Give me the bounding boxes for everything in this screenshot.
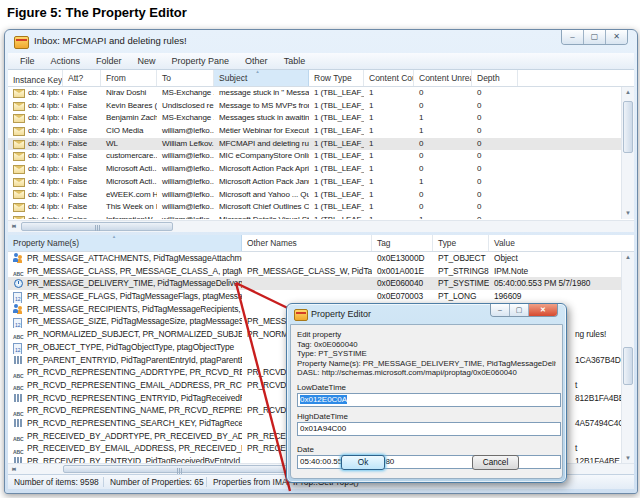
scroll-right-arrow-icon[interactable]: ► [8,221,20,232]
date-label: Date [297,445,556,454]
message-row[interactable]: cb: 4 lpb: 00... False InformationW... w… [8,214,621,219]
cell-to: William Lefkov... [157,138,214,151]
cell-instance-key: cb: 4 lpb: 00... [8,201,63,214]
cell-content-unread: 0 [414,150,472,163]
message-row[interactable]: cb: 4 lpb: 00... False Microsoft Acti...… [8,176,621,189]
menu-item-new[interactable]: New [130,54,164,68]
cell-row-type: 1 (TBL_LEAF_R... [309,163,364,176]
property-row[interactable]: PR_MESSAGE_ATTACHMENTS, PidTagMessageAtt… [8,252,621,265]
cell-other-names: PR_MESSAGE_CLASS_W, PidTagM... [242,265,372,278]
screenshot-stage: Figure 5: The Property Editor Inbox: MFC… [0,0,640,498]
cell-att: False [63,214,101,219]
cell-property-names: PR_MESSAGE_SIZE, PidTagMessageSize, ptag… [8,315,242,328]
maximize-button[interactable]: ▢ [584,30,606,44]
menu-item-table[interactable]: Table [276,54,314,68]
column-header-to[interactable]: To [157,70,214,86]
property-type-icon [13,444,25,454]
scroll-grip-icon [97,225,98,231]
message-row[interactable]: cb: 4 lpb: 00... False CIO Media william… [8,125,621,138]
minimize-button[interactable]: – [562,30,584,44]
cell-depth: 0 [472,125,518,138]
cell-row-type: 1 (TBL_LEAF_R... [309,138,364,151]
scroll-down-arrow-icon[interactable]: ▼ [622,208,634,219]
scroll-up-arrow-icon[interactable]: ▲ [622,87,634,98]
message-row[interactable]: cb: 4 lpb: 00... False Microsoft Acti...… [8,163,621,176]
messages-vertical-scrollbar[interactable]: ▲ ▼ [621,87,634,219]
message-row[interactable]: cb: 4 lpb: 00... False This Week on I...… [8,201,621,214]
cell-to: william@lefko... [157,176,214,189]
properties-vscroll-thumb[interactable] [623,347,633,385]
column-header-depth[interactable]: Depth [472,70,518,86]
messages-hscroll-thumb[interactable] [21,222,173,231]
messages-header-row: Instance Key Att? From To ▴Subject Row T… [8,70,634,87]
dialog-minimize-button[interactable]: – [491,304,510,316]
message-row[interactable]: cb: 4 lpb: 00... False Nirav Doshi MS-Ex… [8,87,621,100]
highdatetime-input[interactable]: 0x01A94C00 [297,422,561,436]
cell-type: PT_STRING8 [433,265,489,278]
column-header-instance-key[interactable]: Instance Key [8,70,63,86]
column-header-from[interactable]: From [101,70,157,86]
column-header-subject[interactable]: ▴Subject [214,70,309,86]
messages-vscroll-thumb[interactable] [623,101,633,153]
message-row[interactable]: cb: 4 lpb: 00... False customercare... w… [8,150,621,163]
menu-item-actions[interactable]: Actions [43,54,89,68]
property-row[interactable]: PR_MESSAGE_DELIVERY_TIME, PidTagMessageD… [8,277,621,290]
cell-property-names: PR_RCVD_REPRESENTING_ENTRYID, PidTagRece… [8,392,242,405]
properties-vertical-scrollbar[interactable]: ▲ ▼ [621,252,634,464]
message-row[interactable]: cb: 4 lpb: 00... False eWEEK.com H... wi… [8,189,621,202]
cell-from: WL [101,138,157,151]
cell-property-names: PR_PARENT_ENTRYID, PidTagParentEntryId, … [8,354,242,367]
lowdatetime-input[interactable]: 0x012E0C0A [297,393,561,407]
column-header-type[interactable]: Type [433,235,489,251]
properties-hscroll-thumb[interactable] [63,465,295,473]
message-row[interactable]: cb: 4 lpb: 00... False WL William Lefkov… [8,138,621,151]
column-header-att[interactable]: Att? [63,70,101,86]
dialog-close-button[interactable]: ✕ [529,304,557,316]
column-header-property-names[interactable]: ▴Property Name(s) [8,235,242,251]
cell-depth: 0 [472,87,518,100]
column-header-tag[interactable]: Tag [372,235,433,251]
message-row[interactable]: cb: 4 lpb: 00... False Kevin Beares (...… [8,100,621,113]
ok-button[interactable]: Ok [341,455,385,470]
menu-item-folder[interactable]: Folder [88,54,130,68]
cell-content-unread: 1 [414,112,472,125]
messages-horizontal-scrollbar[interactable]: ◄ ► [8,220,634,232]
cell-from: customercare... [101,150,157,163]
cell-subject: Microsoft and Yahoo ... Que... [214,189,309,202]
column-header-row-type[interactable]: Row Type [309,70,364,86]
message-row[interactable]: cb: 4 lpb: 00... False Benjamin Zach... … [8,112,621,125]
cell-value: 05:40:00.553 PM 5/7/1980 [489,277,621,290]
cell-depth: 0 [472,214,518,219]
menu-item-property-pane[interactable]: Property Pane [164,54,238,68]
property-type-icon [13,317,25,327]
window-controls: –▢✕ [561,30,628,45]
column-header-content-unread[interactable]: Content Unread [414,70,472,86]
cell-subject: MIC eCompanyStore Online ... [214,150,309,163]
menu-item-file[interactable]: File [12,54,43,68]
cell-tag: 0x001A001E [372,265,433,278]
scroll-up-arrow-icon[interactable]: ▲ [622,252,634,263]
column-header-filler [518,70,634,86]
column-header-value[interactable]: Value [489,235,634,251]
cell-instance-key: cb: 4 lpb: 00... [8,87,63,100]
cell-type: PT_LONG [433,290,489,303]
property-type-icon [13,304,25,314]
column-header-content-count[interactable]: Content Count [364,70,414,86]
property-row[interactable]: PR_MESSAGE_FLAGS, PidTagMessageFlags, pt… [8,290,621,303]
window-titlebar[interactable]: Inbox: MFCMAPI and deleting rules! –▢✕ [5,30,637,53]
cancel-button[interactable]: Cancel [472,455,519,470]
cell-row-type: 1 (TBL_LEAF_R... [309,176,364,189]
dialog-maximize-button[interactable]: ▢ [510,304,529,316]
scroll-right-arrow-icon[interactable]: ► [8,464,20,474]
menu-item-other[interactable]: Other [237,54,276,68]
cell-depth: 0 [472,189,518,202]
cell-content-unread: 0 [414,100,472,113]
property-row[interactable]: PR_MESSAGE_CLASS, PR_MESSAGE_CLASS_A, pt… [8,265,621,278]
cell-row-type: 1 (TBL_LEAF_R... [309,189,364,202]
type-line: Type: PT_SYSTIME [297,349,556,359]
column-header-other-names[interactable]: Other Names [242,235,372,251]
close-button[interactable]: ✕ [606,30,627,44]
cell-value: IPM.Note [489,265,621,278]
cell-content-count: 1 [364,125,414,138]
cell-att: False [63,112,101,125]
